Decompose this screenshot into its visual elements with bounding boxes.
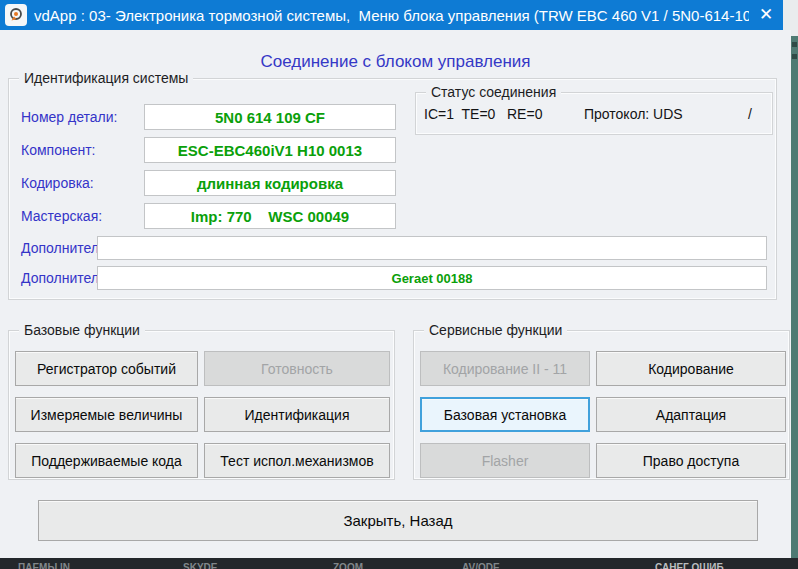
button-adaptation[interactable]: Адаптация <box>596 397 786 432</box>
button-readiness: Готовность <box>204 351 390 386</box>
close-window-button[interactable]: ✕ <box>749 0 783 30</box>
button-flasher: Flasher <box>420 443 590 478</box>
status-counters: IC=1 TE=0 RE=0 <box>424 106 542 122</box>
button-identification[interactable]: Идентификация <box>204 397 390 432</box>
clipped-text-fragment: SKYDE <box>183 563 217 569</box>
field-extra-1 <box>97 236 767 260</box>
group-service-functions: Сервисные функции Кодирование II - 11 Ко… <box>413 330 790 480</box>
group-service-functions-legend: Сервисные функции <box>424 322 567 338</box>
group-identification-legend: Идентификация системы <box>19 70 193 86</box>
label-workshop: Мастерская: <box>21 208 102 224</box>
clipped-text-fragment: ZOOM <box>333 563 363 569</box>
field-component: ESC-EBC460iV1 H10 0013 <box>144 137 396 163</box>
clipped-text-fragment: САНЕГ ОШИБ <box>655 563 724 569</box>
group-basic-functions: Базовые функции Регистратор событий Гото… <box>8 330 395 480</box>
background-window-strip: ПАЕМЫ IN SKYDE ZOOM AV/ODE САНЕГ ОШИБ <box>0 558 798 569</box>
group-basic-functions-legend: Базовые функции <box>19 322 145 338</box>
screen: vdApp : 03- Электроника тормозной систем… <box>0 0 798 569</box>
button-coding[interactable]: Кодирование <box>596 351 786 386</box>
button-basic-settings[interactable]: Базовая установка <box>420 397 590 432</box>
app-logo-icon <box>5 4 27 26</box>
button-event-log[interactable]: Регистратор событий <box>15 351 198 386</box>
field-workshop: Imp: 770 WSC 00049 <box>144 203 396 229</box>
clipped-text-fragment: ПАЕМЫ IN <box>18 563 70 569</box>
desktop-sliver <box>791 36 798 558</box>
field-coding: длинная кодировка <box>144 170 396 196</box>
field-part-number: 5N0 614 109 CF <box>144 104 396 130</box>
desktop-icon-fragment <box>792 42 797 47</box>
desktop-icon-fragment <box>792 54 797 59</box>
button-output-test[interactable]: Тест испол.механизмов <box>204 443 390 478</box>
button-access-rights[interactable]: Право доступа <box>596 443 786 478</box>
button-supported-codes[interactable]: Поддерживаемые кода <box>15 443 198 478</box>
group-connection-status: Статус соединения IC=1 TE=0 RE=0 Протоко… <box>415 92 773 135</box>
close-back-button[interactable]: Закрыть, Назад <box>38 500 758 541</box>
field-extra-2: Geraet 00188 <box>97 266 767 290</box>
group-connection-status-legend: Статус соединения <box>426 84 561 100</box>
window-body: Соединение с блоком управления Идентифик… <box>0 30 791 558</box>
window-title: vdApp : 03- Электроника тормозной систем… <box>34 7 749 24</box>
label-part-number: Номер детали: <box>21 109 117 125</box>
page-title: Соединение с блоком управления <box>0 52 791 72</box>
title-bar: vdApp : 03- Электроника тормозной систем… <box>0 0 783 30</box>
status-activity-indicator: / <box>748 106 752 122</box>
clipped-text-fragment: AV/ODE <box>462 563 500 569</box>
magnifier-pin-glyph <box>8 7 24 23</box>
button-measured-values[interactable]: Измеряемые величины <box>15 397 198 432</box>
button-coding-2: Кодирование II - 11 <box>420 351 590 386</box>
status-protocol: Протокол: UDS <box>584 106 683 122</box>
label-component: Компонент: <box>21 142 95 158</box>
label-coding: Кодировка: <box>21 175 94 191</box>
